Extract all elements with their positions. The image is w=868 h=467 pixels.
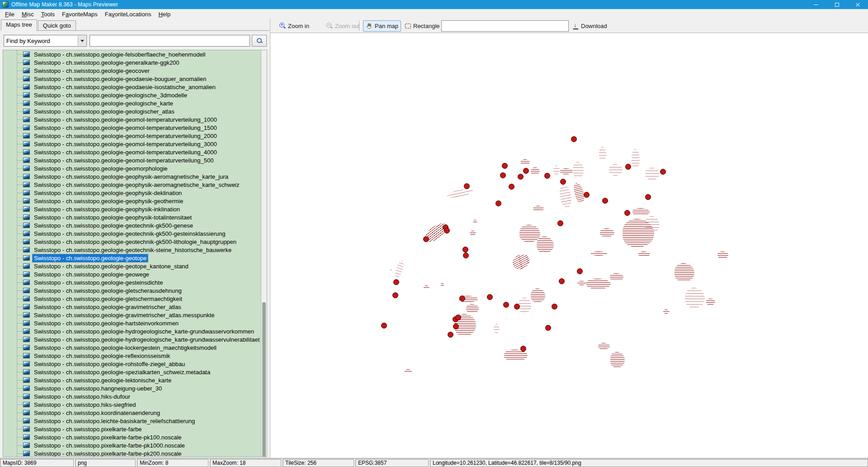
list-item-label: Swisstopo - ch.swisstopo.geologie-geolog… (33, 91, 189, 99)
tree-connector (17, 79, 23, 79)
list-item-label: Swisstopo - ch.swisstopo.geologie-genera… (33, 59, 181, 67)
list-item[interactable]: Swisstopo - ch.swisstopo.geologie-geolog… (3, 99, 261, 107)
menu-file[interactable]: File (1, 10, 18, 19)
list-item[interactable]: Swisstopo - ch.swisstopo.leichte-basiska… (3, 417, 261, 425)
list-item[interactable]: Swisstopo - ch.swisstopo.geologie-geomol… (3, 124, 261, 132)
tree-connector (17, 71, 23, 71)
map-layer-icon (23, 214, 30, 220)
list-item[interactable]: Swisstopo - ch.swisstopo.geologie-gestei… (3, 278, 261, 286)
list-item[interactable]: Swisstopo - ch.swisstopo.pixelkarte-farb… (3, 449, 261, 457)
geotope-point-marker (624, 210, 630, 216)
list-item[interactable]: Swisstopo - ch.swisstopo.geologie-gletsc… (3, 286, 261, 295)
list-item[interactable]: Swisstopo - ch.swisstopo.geologie-geophy… (3, 205, 261, 213)
geotope-hatched-area (394, 260, 406, 279)
list-item[interactable]: Swisstopo - ch.swisstopo.geologie-gravim… (3, 303, 261, 311)
list-item[interactable]: Swisstopo - ch.swisstopo.koordinatenaend… (3, 409, 261, 417)
list-item[interactable]: Swisstopo - ch.swisstopo.geologie-reflex… (3, 352, 261, 360)
list-item[interactable]: Swisstopo - ch.swisstopo.geologie-locker… (3, 343, 261, 352)
map-canvas[interactable] (270, 33, 868, 458)
menu-tools[interactable]: Tools (38, 10, 58, 19)
list-item[interactable]: Swisstopo - ch.swisstopo.pixelkarte-farb… (3, 425, 261, 433)
list-item-label: Swisstopo - ch.swisstopo.geologie-geodae… (33, 83, 217, 91)
tree-connector (17, 217, 23, 218)
scrollbar-thumb[interactable] (262, 302, 266, 457)
pan-map-button[interactable]: Pan map (363, 20, 401, 32)
geotope-hatched-area (591, 252, 607, 256)
list-item[interactable]: Swisstopo - ch.swisstopo.geologie-geophy… (3, 213, 261, 221)
list-item[interactable]: Swisstopo - ch.swisstopo.geologie-geocov… (3, 67, 261, 75)
list-item[interactable]: Swisstopo - ch.swisstopo.geologie-geotec… (3, 238, 261, 246)
tree-connector (17, 95, 23, 95)
menu-favoritemaps[interactable]: FavoriteMaps (58, 10, 101, 19)
list-item[interactable]: Swisstopo - ch.swisstopo.geologie-spezia… (3, 368, 261, 376)
list-item-label: Swisstopo - ch.swisstopo.geologie-geocov… (33, 67, 151, 75)
list-item[interactable]: Swisstopo - ch.swisstopo.geologie-geomol… (3, 132, 261, 140)
list-item[interactable]: Swisstopo - ch.swisstopo.geologie-geotop… (3, 262, 261, 270)
dropdown-button[interactable] (78, 36, 86, 46)
list-item[interactable]: Swisstopo - ch.swisstopo.geologie-hartst… (3, 319, 261, 327)
menu-help[interactable]: Help (155, 10, 174, 19)
map-layer-icon (23, 231, 30, 236)
list-item[interactable]: Swisstopo - ch.swisstopo.hangneigung-ueb… (3, 384, 261, 392)
list-item[interactable]: Swisstopo - ch.swisstopo.geologie-tekton… (3, 376, 261, 384)
tree-connector (17, 144, 23, 144)
list-item[interactable]: Swisstopo - ch.swisstopo.geologie-geotec… (3, 221, 261, 229)
list-item[interactable]: Swisstopo - ch.swisstopo.geologie-felsob… (3, 50, 261, 58)
menu-misc[interactable]: Misc (18, 10, 38, 19)
geotope-point-marker (559, 278, 565, 284)
hand-icon (366, 23, 373, 29)
list-item[interactable]: Swisstopo - ch.swisstopo.geologie-geodae… (3, 83, 261, 91)
close-button[interactable] (847, 0, 868, 9)
list-item[interactable]: Swisstopo - ch.swisstopo.geologie-geodae… (3, 75, 261, 83)
list-item[interactable]: Swisstopo - ch.swisstopo.hiks-siegfried (3, 400, 261, 409)
search-input[interactable] (90, 35, 250, 47)
download-button[interactable]: Download (571, 20, 609, 32)
list-item[interactable]: Swisstopo - ch.swisstopo.geologie-geotop… (3, 254, 261, 262)
app-icon (2, 1, 9, 8)
list-item[interactable]: Swisstopo - ch.swisstopo.geologie-geolog… (3, 107, 261, 115)
list-item[interactable]: Swisstopo - ch.swisstopo.geologie-geolog… (3, 91, 261, 99)
map-layer-icon (23, 337, 30, 342)
list-item-label: Swisstopo - ch.swisstopo.koordinatenaend… (33, 409, 161, 417)
minimize-button[interactable] (806, 0, 826, 9)
list-item[interactable]: Swisstopo - ch.swisstopo.geologie-geoweg… (3, 270, 261, 278)
tree-connector (17, 413, 23, 413)
toolbar-input[interactable] (441, 20, 569, 32)
list-item[interactable]: Swisstopo - ch.swisstopo.geologie-geophy… (3, 189, 261, 197)
list-item[interactable]: Swisstopo - ch.swisstopo.geologie-geomol… (3, 140, 261, 148)
list-item[interactable]: Swisstopo - ch.swisstopo.geologie-geophy… (3, 172, 261, 181)
tree-connector (17, 234, 23, 234)
maximize-button[interactable] (826, 0, 847, 9)
geotope-point-marker (459, 295, 465, 301)
list-item[interactable]: Swisstopo - ch.swisstopo.geologie-geomor… (3, 164, 261, 172)
search-button[interactable] (252, 35, 267, 47)
list-item[interactable]: Swisstopo - ch.swisstopo.geologie-geomol… (3, 115, 261, 124)
list-item[interactable]: Swisstopo - ch.swisstopo.geologie-geotec… (3, 229, 261, 238)
list-item[interactable]: Swisstopo - ch.swisstopo.geologie-gravim… (3, 311, 261, 319)
list-item[interactable]: Swisstopo - ch.swisstopo.geologie-hydrog… (3, 335, 261, 343)
list-scrollbar[interactable] (261, 50, 267, 457)
list-item[interactable]: Swisstopo - ch.swisstopo.pixelkarte-farb… (3, 441, 261, 449)
list-item[interactable]: Swisstopo - ch.swisstopo.geologie-geomol… (3, 148, 261, 156)
geotope-point-marker (625, 164, 631, 170)
list-item[interactable]: Swisstopo - ch.swisstopo.geologie-geotec… (3, 246, 261, 254)
zoom-in-button[interactable]: Zoom in (277, 20, 311, 32)
tab-maps-tree[interactable]: Maps tree (1, 19, 37, 31)
list-item[interactable]: Swisstopo - ch.swisstopo.geologie-hydrog… (3, 327, 261, 335)
list-item[interactable]: Swisstopo - ch.swisstopo.geologie-geomol… (3, 156, 261, 164)
find-mode-dropdown[interactable]: Find by Keyword (4, 35, 87, 47)
geotope-hatched-area (598, 343, 610, 349)
map-layer-icon (23, 353, 30, 358)
list-item-label: Swisstopo - ch.swisstopo.geologie-felsob… (33, 51, 207, 58)
list-item[interactable]: Swisstopo - ch.swisstopo.geologie-genera… (3, 58, 261, 67)
list-item[interactable]: Swisstopo - ch.swisstopo.pixelkarte-farb… (3, 433, 261, 441)
list-item[interactable]: Swisstopo - ch.swisstopo.geologie-gletsc… (3, 295, 261, 303)
list-item[interactable]: Swisstopo - ch.swisstopo.geologie-geophy… (3, 197, 261, 205)
list-item[interactable]: Swisstopo - ch.swisstopo.geologie-rohsto… (3, 360, 261, 368)
list-item[interactable]: Swisstopo - ch.swisstopo.geologie-geophy… (3, 181, 261, 189)
rectangle-button[interactable]: Rectangle (403, 20, 442, 32)
tab-quick-goto[interactable]: Quick goto (38, 20, 76, 30)
list-item[interactable]: Swisstopo - ch.swisstopo.hiks-dufour (3, 392, 261, 400)
map-layer-icon (23, 272, 30, 277)
menu-favoritelocations[interactable]: FavoriteLocations (101, 10, 155, 19)
